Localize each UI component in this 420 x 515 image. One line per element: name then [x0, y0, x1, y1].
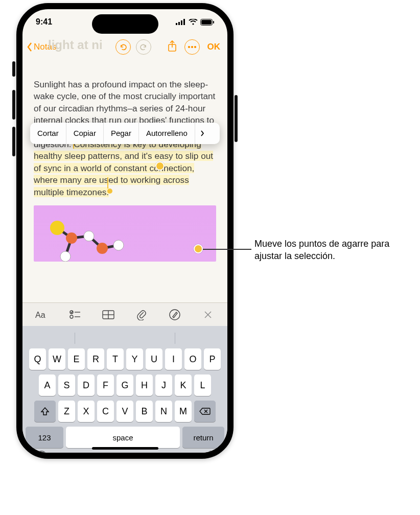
svg-rect-7: [213, 21, 214, 24]
key-q[interactable]: Q: [29, 348, 46, 370]
more-button[interactable]: [184, 39, 200, 55]
selection-handle-end[interactable]: [107, 189, 112, 194]
checklist-icon: [69, 310, 81, 319]
key-v[interactable]: V: [116, 401, 133, 422]
key-return[interactable]: return: [182, 427, 224, 448]
key-n[interactable]: N: [155, 401, 172, 422]
attachment-button[interactable]: [131, 305, 152, 325]
svg-point-18: [50, 221, 64, 235]
cellular-icon: [176, 19, 186, 25]
svg-point-12: [194, 46, 196, 48]
volume-switch: [12, 61, 15, 77]
key-shift[interactable]: [34, 401, 56, 422]
key-j[interactable]: J: [155, 374, 172, 396]
text-format-button[interactable]: Aa: [32, 305, 52, 325]
svg-rect-2: [181, 20, 182, 25]
redo-icon: [139, 43, 148, 51]
key-123[interactable]: 123: [26, 427, 63, 448]
nav-bar: light at ni Notas OK: [22, 36, 227, 58]
table-button[interactable]: [98, 305, 119, 325]
undo-button[interactable]: [115, 39, 131, 55]
note-content[interactable]: Sunlight has a profound impact on the sl…: [22, 69, 227, 310]
mic-icon: [206, 450, 215, 459]
key-a[interactable]: A: [39, 374, 56, 396]
key-b[interactable]: B: [136, 401, 153, 422]
key-d[interactable]: D: [78, 374, 95, 396]
close-icon: [203, 310, 213, 319]
svg-rect-1: [178, 22, 180, 25]
selection-stick-end: [107, 177, 108, 189]
key-i[interactable]: I: [165, 348, 182, 370]
power-button: [235, 95, 238, 142]
emoji-icon: [35, 450, 48, 459]
svg-point-23: [60, 251, 71, 262]
svg-point-21: [97, 243, 108, 254]
callout-line: [203, 249, 251, 250]
ctx-autofill[interactable]: Autorrelleno: [139, 123, 195, 144]
svg-rect-3: [183, 19, 185, 25]
checklist-button[interactable]: [65, 305, 85, 325]
paperclip-icon: [136, 309, 147, 320]
home-indicator[interactable]: [92, 447, 158, 450]
ctx-more-arrow[interactable]: [195, 123, 209, 144]
key-y[interactable]: Y: [126, 348, 143, 370]
callout-text-grab: Mueve los puntos de agarre para ajustar …: [254, 238, 408, 262]
kb-row-4: 123 space return: [25, 427, 225, 448]
svg-point-22: [113, 240, 124, 250]
kb-row-2: A S D F G H J K L: [25, 374, 225, 396]
iphone-frame: 9:41 light at ni Notas OK Sunlight: [16, 3, 234, 459]
callout-dot-start: [155, 161, 165, 171]
share-icon: [167, 40, 177, 52]
key-r[interactable]: R: [87, 348, 104, 370]
shift-icon: [40, 407, 50, 416]
callout-dot-end: [194, 244, 203, 253]
key-l[interactable]: L: [194, 374, 211, 396]
ctx-cut[interactable]: Cortar: [30, 123, 66, 144]
key-c[interactable]: C: [97, 401, 114, 422]
key-backspace[interactable]: [194, 401, 216, 422]
key-h[interactable]: H: [136, 374, 153, 396]
key-g[interactable]: G: [116, 374, 133, 396]
svg-point-4: [192, 23, 194, 25]
key-f[interactable]: F: [97, 374, 114, 396]
kb-footer: [25, 448, 225, 459]
volume-up-button: [12, 90, 15, 120]
key-x[interactable]: X: [78, 401, 95, 422]
note-paragraph[interactable]: Sunlight has a profound impact on the sl…: [34, 79, 216, 198]
markup-button[interactable]: [165, 305, 185, 325]
svg-point-10: [188, 46, 190, 48]
close-toolbar-button[interactable]: [198, 305, 218, 325]
key-e[interactable]: E: [68, 348, 85, 370]
key-o[interactable]: O: [184, 348, 201, 370]
key-w[interactable]: W: [49, 348, 65, 370]
key-u[interactable]: U: [146, 348, 162, 370]
key-space[interactable]: space: [66, 427, 180, 448]
dictation-button[interactable]: [206, 450, 215, 459]
note-image[interactable]: [34, 205, 216, 262]
redo-button[interactable]: [136, 39, 151, 55]
battery-icon: [200, 19, 214, 26]
format-toolbar: Aa: [22, 302, 227, 326]
suggestion-bar: [25, 328, 225, 348]
key-z[interactable]: Z: [58, 401, 75, 422]
share-button[interactable]: [165, 38, 179, 56]
done-button[interactable]: OK: [207, 42, 221, 52]
ctx-paste[interactable]: Pegar: [104, 123, 139, 144]
svg-point-27: [70, 315, 73, 318]
note-title-ghost: light at ni: [48, 38, 103, 52]
svg-point-19: [66, 232, 77, 244]
kb-row-3: Z X C V B N M: [25, 401, 225, 422]
svg-point-32: [170, 310, 180, 320]
key-m[interactable]: M: [175, 401, 192, 422]
molecule-graphic: [39, 216, 126, 262]
ctx-copy[interactable]: Copiar: [66, 123, 104, 144]
key-p[interactable]: P: [204, 348, 221, 370]
key-k[interactable]: K: [175, 374, 192, 396]
emoji-button[interactable]: [35, 450, 48, 459]
svg-rect-0: [176, 23, 177, 25]
wifi-icon: [189, 19, 198, 25]
keyboard: Q W E R T Y U I O P A S D F G H J K L Z …: [22, 325, 227, 453]
volume-down-button: [12, 127, 15, 156]
key-s[interactable]: S: [58, 374, 75, 396]
key-t[interactable]: T: [107, 348, 124, 370]
